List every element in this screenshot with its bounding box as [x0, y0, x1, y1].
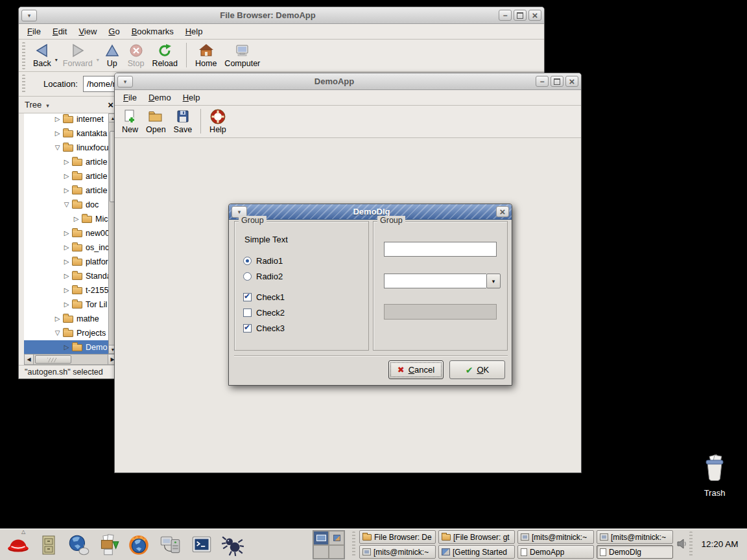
menu-help[interactable]: Help	[177, 91, 206, 104]
check1[interactable]: Check1	[243, 292, 285, 302]
ok-button[interactable]: OK	[449, 360, 505, 379]
expander-icon[interactable]	[62, 159, 71, 165]
taskbar-window-getting-started[interactable]: [Getting Started	[438, 545, 515, 559]
open-button[interactable]: Open	[142, 108, 170, 134]
expander-icon[interactable]	[72, 216, 80, 222]
tree-item[interactable]: article	[24, 169, 108, 183]
taskbar-window-file-browser-2[interactable]: [File Browser: gt	[438, 530, 515, 544]
taskbar-window-terminal-3[interactable]: [mits@mitnick:~	[359, 545, 436, 559]
taskbar-window-terminal-2[interactable]: [mits@mitnick:~	[597, 530, 673, 544]
workspace-1-active[interactable]	[313, 531, 329, 545]
menu-edit[interactable]: Edit	[47, 25, 73, 38]
window-menu-button[interactable]	[21, 10, 37, 21]
expander-icon[interactable]	[62, 259, 71, 265]
expander-icon[interactable]	[62, 202, 71, 208]
expander-icon[interactable]	[53, 116, 62, 122]
tree-item[interactable]: Mic	[24, 212, 108, 226]
combo-box[interactable]	[384, 274, 501, 288]
expander-icon[interactable]	[62, 230, 71, 237]
forward-dropdown-icon[interactable]: ▾	[97, 57, 99, 63]
maximize-button[interactable]	[514, 10, 527, 21]
menu-help[interactable]: Help	[180, 25, 209, 38]
scroll-left-icon[interactable]: ◀	[25, 355, 34, 364]
back-button[interactable]: Back	[29, 41, 55, 68]
tree-horizontal-scrollbar[interactable]: ◀ ▶	[24, 354, 117, 365]
tree-item[interactable]: os_inc	[24, 240, 108, 255]
radio-unchecked-icon[interactable]	[243, 272, 252, 281]
tree-item[interactable]: Standa	[24, 269, 108, 283]
demodlg-titlebar[interactable]: DemoDlg	[229, 204, 512, 220]
menu-bookmarks[interactable]: Bookmarks	[126, 25, 180, 38]
expander-icon[interactable]	[62, 344, 71, 351]
clock-drag-handle[interactable]	[689, 531, 693, 557]
menu-file[interactable]: File	[117, 91, 143, 104]
expander-icon[interactable]	[53, 130, 62, 137]
tree-item[interactable]: Tor Lil	[24, 298, 108, 312]
expander-icon[interactable]	[62, 301, 71, 308]
tree-item[interactable]: internet	[24, 113, 108, 126]
reload-button[interactable]: Reload	[148, 41, 182, 68]
tree-item[interactable]: t-2155	[24, 283, 108, 298]
menu-view[interactable]: View	[73, 25, 102, 38]
tree-item[interactable]: Projects	[24, 326, 108, 340]
stop-button[interactable]: Stop	[124, 41, 148, 68]
radio1[interactable]: Radio1	[243, 256, 283, 266]
close-button[interactable]	[496, 206, 509, 217]
bug-reporter-launcher[interactable]	[219, 531, 247, 559]
trash-desktop-icon[interactable]: Trash	[693, 454, 737, 498]
up-button[interactable]: Up	[101, 41, 124, 68]
tree-item[interactable]: linuxfocu	[24, 141, 108, 155]
tree-item-selected[interactable]: Demo	[24, 340, 108, 354]
taskbar-window-terminal-1[interactable]: [mits@mitnick:~	[517, 530, 594, 544]
terminal-launcher[interactable]	[187, 531, 216, 559]
taskbar-window-demoapp[interactable]: DemoApp	[517, 545, 594, 559]
checkbox-checked-icon[interactable]	[243, 324, 252, 332]
computer-button[interactable]: Computer	[220, 41, 264, 68]
web-browser-launcher[interactable]	[64, 531, 93, 559]
sidebar-pane-selector[interactable]: Tree	[25, 100, 49, 110]
radio2[interactable]: Radio2	[243, 272, 283, 281]
text-entry[interactable]	[384, 242, 497, 257]
menu-demo[interactable]: Demo	[143, 91, 177, 104]
toolbar-drag-handle[interactable]	[22, 42, 25, 69]
back-dropdown-icon[interactable]: ▾	[55, 57, 58, 63]
tree-item[interactable]: kantakta	[24, 126, 108, 141]
help-button[interactable]: Help	[206, 108, 230, 134]
workspace-switcher[interactable]	[313, 530, 345, 559]
hardware-config-launcher[interactable]	[156, 531, 184, 559]
maximize-button[interactable]	[551, 76, 563, 87]
tree-item[interactable]: article	[24, 155, 108, 169]
workspace-3[interactable]	[313, 545, 329, 559]
file-manager-launcher[interactable]	[34, 531, 63, 559]
sidebar-close-icon[interactable]: ×	[108, 100, 113, 110]
minimize-button[interactable]	[499, 10, 512, 21]
combo-dropdown-icon[interactable]	[486, 274, 501, 288]
combo-entry[interactable]	[384, 274, 486, 288]
taskbar-window-demodlg[interactable]: DemoDlg	[597, 545, 673, 559]
workspace-4[interactable]	[329, 545, 344, 559]
radio-checked-icon[interactable]	[243, 257, 252, 265]
new-button[interactable]: New	[118, 108, 142, 134]
expander-icon[interactable]	[53, 330, 62, 336]
demoapp-titlebar[interactable]: DemoApp	[115, 73, 581, 90]
save-button[interactable]: Save	[170, 108, 196, 134]
location-drag-handle[interactable]	[22, 75, 25, 94]
window-menu-button[interactable]	[117, 76, 133, 88]
forward-button[interactable]: Forward	[59, 41, 97, 68]
expander-icon[interactable]	[62, 244, 71, 251]
package-manager-launcher[interactable]	[94, 531, 123, 559]
tree-item[interactable]: platfor	[24, 255, 108, 269]
web-browser-2-launcher[interactable]	[124, 531, 153, 559]
window-list-drag-handle[interactable]	[352, 531, 355, 557]
main-menu-launcher[interactable]	[4, 531, 32, 559]
checkbox-unchecked-icon[interactable]	[243, 309, 252, 317]
expander-icon[interactable]	[53, 316, 62, 322]
expander-icon[interactable]	[62, 173, 71, 180]
home-button[interactable]: Home	[191, 41, 220, 68]
tree-item[interactable]: new00	[24, 226, 108, 240]
taskbar-window-file-browser[interactable]: File Browser: De	[359, 530, 436, 544]
expander-icon[interactable]	[53, 145, 62, 151]
workspace-2[interactable]	[329, 531, 344, 545]
tree-item[interactable]: article	[24, 183, 108, 198]
check2[interactable]: Check2	[243, 308, 285, 318]
